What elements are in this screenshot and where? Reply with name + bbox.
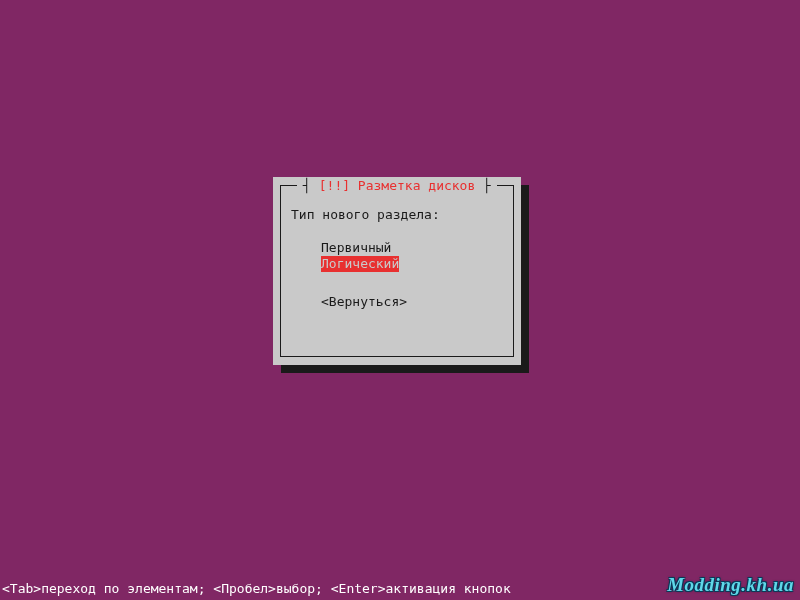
watermark: Modding.kh.ua	[667, 574, 794, 596]
footer-tab: <Tab>переход по элементам;	[2, 581, 206, 596]
dialog-title-bg: ┤ [!!] Разметка дисков ├	[297, 178, 497, 193]
footer-help: <Tab>переход по элементам; <Пробел>выбор…	[2, 581, 511, 596]
dialog-title-wrap: ┤ [!!] Разметка дисков ├	[273, 178, 521, 193]
footer-space: <Пробел>выбор;	[213, 581, 323, 596]
prompt-text: Тип нового раздела:	[291, 207, 503, 222]
partition-dialog: ┤ [!!] Разметка дисков ├ Тип нового разд…	[273, 177, 521, 365]
title-dash-left: ┤	[303, 178, 311, 193]
footer-enter: <Enter>активация кнопок	[331, 581, 511, 596]
options-list: Первичный Логический	[321, 240, 503, 272]
title-dash-right: ├	[483, 178, 491, 193]
option-logical[interactable]: Логический	[321, 256, 399, 272]
back-button[interactable]: <Вернуться>	[321, 294, 407, 309]
option-primary[interactable]: Первичный	[321, 240, 391, 256]
dialog-body: Тип нового раздела: Первичный Логический…	[291, 207, 503, 309]
dialog-title: [!!] Разметка дисков	[311, 178, 483, 193]
